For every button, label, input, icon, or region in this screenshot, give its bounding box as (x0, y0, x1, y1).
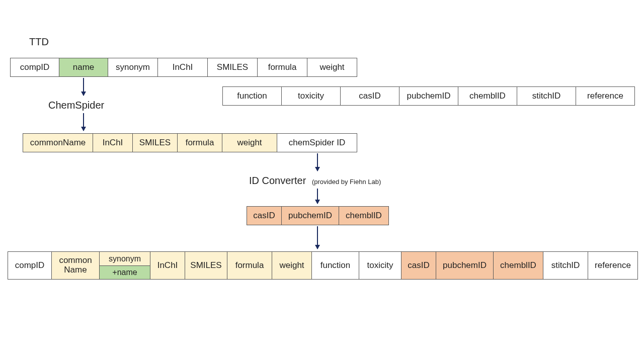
row-chemspider: commonName InChI SMILES formula weight c… (23, 133, 357, 152)
cell-pubchemid: pubchemID (399, 86, 458, 106)
cell-inchi: InChI (157, 58, 208, 77)
cell-name: name (59, 58, 108, 77)
final-stitchid: stitchID (543, 251, 588, 280)
arrow-ttd-to-chemspider (83, 78, 84, 96)
label-idconverter-note: (provided by Fiehn Lab) (312, 178, 381, 186)
cell-toxicity: toxicity (281, 86, 341, 106)
final-toxicity: toxicity (359, 251, 401, 280)
arrow-ids-to-final (317, 226, 318, 249)
cell-conv-chemblid: chemblID (339, 206, 389, 225)
final-reference: reference (588, 251, 638, 280)
row-idconv: casID pubchemID chemblID (247, 206, 389, 225)
cell-conv-pubchemid: pubchemID (281, 206, 339, 225)
final-synonym: synonym (99, 251, 150, 266)
cell-weight: weight (307, 58, 357, 77)
label-ttd: TTD (29, 36, 49, 48)
final-casid: casID (401, 251, 436, 280)
final-pubchemid: pubchemID (436, 251, 494, 280)
row-extra: function toxicity casID pubchemID chembl… (222, 86, 635, 106)
row-final: compID commonName synonym +name InChI SM… (8, 251, 638, 280)
label-idconverter-text: ID Converter (249, 175, 306, 186)
arrow-chemspider-to-row (83, 113, 84, 131)
final-formula: formula (227, 251, 272, 280)
cell-function: function (222, 86, 282, 106)
cell-cs-inchi: InChI (93, 133, 133, 152)
final-inchi: InChI (150, 251, 185, 280)
cell-synonym: synonym (108, 58, 158, 77)
label-idconverter: ID Converter (provided by Fiehn Lab) (249, 175, 381, 187)
final-compid: compID (8, 251, 52, 280)
cell-conv-casid: casID (247, 206, 282, 225)
final-plusname: +name (99, 265, 150, 280)
cell-chemblid: chemblID (458, 86, 517, 106)
cell-cs-smiles: SMILES (132, 133, 178, 152)
cell-casid: casID (340, 86, 399, 106)
final-smiles: SMILES (185, 251, 227, 280)
cell-cs-formula: formula (177, 133, 222, 152)
label-chemspider: ChemSpider (48, 100, 104, 111)
final-chemblid: chemblID (493, 251, 543, 280)
final-weight: weight (272, 251, 312, 280)
cell-cs-weight: weight (222, 133, 277, 152)
cell-formula: formula (257, 58, 307, 77)
cell-smiles: SMILES (207, 58, 258, 77)
final-commonname: commonName (51, 251, 100, 280)
arrow-csid-to-idconv (317, 153, 318, 171)
cell-compid: compID (10, 58, 59, 77)
final-function: function (311, 251, 359, 280)
row-ttd: compID name synonym InChI SMILES formula… (10, 58, 357, 77)
cell-commonname: commonName (23, 133, 93, 152)
arrow-idconv-to-ids (317, 189, 318, 204)
cell-stitchid: stitchID (517, 86, 576, 106)
cell-chemspiderid: chemSpider ID (277, 133, 357, 152)
cell-reference: reference (576, 86, 635, 106)
